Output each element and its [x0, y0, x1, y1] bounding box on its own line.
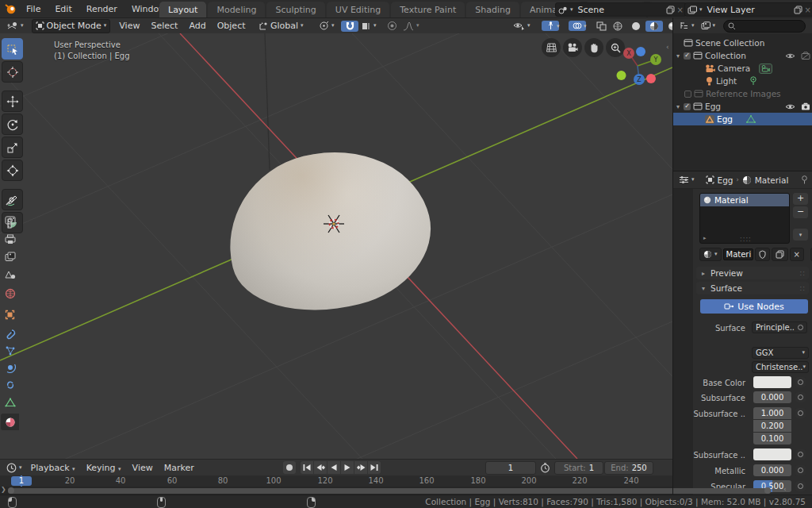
- tab-material[interactable]: [1, 414, 19, 430]
- hide-eye-icon[interactable]: [785, 52, 795, 60]
- snap-settings-dropdown[interactable]: ▾: [358, 21, 380, 32]
- slot-remove-button[interactable]: −: [793, 206, 808, 218]
- collection-checkbox-unchecked[interactable]: [684, 90, 691, 98]
- mode-dropdown[interactable]: Object Mode ▾: [32, 19, 111, 33]
- new-material-button[interactable]: [772, 248, 788, 261]
- shading-material-button[interactable]: [645, 21, 663, 32]
- collection-checkbox[interactable]: ✓: [684, 103, 691, 110]
- viewport-3d[interactable]: User Perspective (1) Collection | Egg X: [0, 33, 672, 459]
- pin-icon[interactable]: [801, 175, 808, 184]
- play-button[interactable]: [341, 461, 354, 474]
- subsurface-radius-decorator[interactable]: [795, 408, 806, 418]
- menu-playback[interactable]: Playback ▾: [25, 463, 81, 473]
- jump-to-end-button[interactable]: [368, 461, 381, 474]
- tab-output[interactable]: [1, 231, 19, 248]
- navigation-gizmo[interactable]: X Y Z: [616, 42, 665, 91]
- metallic-decorator[interactable]: [795, 465, 806, 475]
- current-frame-field[interactable]: 1: [485, 461, 536, 475]
- properties-editor-type-button[interactable]: ▾: [676, 175, 698, 185]
- specular-decorator[interactable]: [795, 481, 806, 491]
- tab-modifiers[interactable]: [1, 325, 19, 342]
- next-keyframe-button[interactable]: [354, 461, 367, 474]
- enable-render-icon[interactable]: [801, 102, 810, 110]
- subsurface-radius-y[interactable]: 0.200: [753, 420, 791, 432]
- outliner-row-reference-images[interactable]: Reference Images: [673, 87, 812, 100]
- menu-select[interactable]: Select: [145, 21, 183, 31]
- base-color-swatch[interactable]: [753, 376, 791, 388]
- gizmo-axis-y-neg[interactable]: [617, 71, 626, 80]
- timeline-sidebar-chevron[interactable]: ‹: [783, 485, 787, 493]
- subsurface-decorator[interactable]: [795, 392, 806, 402]
- tab-shading[interactable]: Shading: [466, 2, 519, 17]
- tool-cursor[interactable]: [2, 61, 23, 83]
- use-preview-range-icon[interactable]: [540, 463, 550, 473]
- camera-view-button[interactable]: [563, 38, 582, 57]
- sss-method-dropdown[interactable]: Christense..▾: [752, 361, 809, 373]
- gizmo-axis-y[interactable]: Y: [650, 54, 661, 65]
- tool-rotate[interactable]: [2, 114, 23, 135]
- scene-new-icon[interactable]: [666, 6, 675, 14]
- menu-add[interactable]: Add: [183, 21, 211, 31]
- tab-uv-editing[interactable]: UV Editing: [327, 2, 389, 17]
- panel-surface[interactable]: ▾ Surface ::: [696, 282, 809, 294]
- timeline-editor-type-button[interactable]: ▾: [3, 462, 25, 474]
- slot-list-expand[interactable]: ▸: [703, 235, 707, 241]
- shading-solid-button[interactable]: [627, 21, 645, 32]
- editor-divider-vertical[interactable]: [672, 17, 673, 495]
- tab-tool[interactable]: [1, 192, 19, 209]
- menu-render[interactable]: Render: [79, 0, 124, 17]
- tab-scene[interactable]: [1, 267, 19, 283]
- view-layer-new-icon[interactable]: [794, 6, 802, 14]
- subsurface-radius-z[interactable]: 0.100: [753, 433, 791, 444]
- slot-specials-button[interactable]: ▾: [793, 229, 808, 241]
- jump-to-start-button[interactable]: [301, 461, 313, 474]
- material-slot-list[interactable]: Material ▸ ::::: [699, 193, 790, 244]
- tab-constraints[interactable]: [1, 376, 19, 393]
- tab-texture-paint[interactable]: Texture Paint: [391, 2, 465, 17]
- subsurface-slider[interactable]: 0.000: [753, 391, 791, 403]
- frame-end-field[interactable]: End: 250: [604, 461, 653, 475]
- breadcrumb-object[interactable]: Egg: [718, 175, 733, 185]
- hide-eye-icon[interactable]: [785, 103, 795, 110]
- editor-divider-outliner-props[interactable]: [672, 171, 812, 171]
- tool-move[interactable]: [2, 90, 23, 112]
- collection-checkbox[interactable]: ✓: [684, 52, 691, 60]
- scrollbar-right-handle[interactable]: [764, 487, 771, 494]
- gizmo-axis-x-neg[interactable]: [646, 74, 656, 83]
- blender-logo-icon[interactable]: [5, 3, 17, 14]
- outliner-row-collection[interactable]: ▾ ✓ Collection: [673, 49, 812, 62]
- use-nodes-button[interactable]: Use Nodes: [700, 299, 808, 314]
- tool-scale[interactable]: [2, 137, 23, 158]
- tab-object[interactable]: [1, 306, 19, 323]
- editor-type-button[interactable]: ▾: [4, 21, 27, 32]
- tab-view-layer[interactable]: [1, 248, 19, 265]
- gizmo-axis-x[interactable]: X: [623, 48, 634, 59]
- frame-start-field[interactable]: Start: 1: [554, 461, 603, 475]
- menu-timeline-view[interactable]: View: [127, 463, 159, 473]
- gizmo-axis-z[interactable]: Z: [634, 74, 645, 85]
- tab-sculpting[interactable]: Sculpting: [266, 2, 324, 17]
- outliner-row-light[interactable]: Light: [673, 75, 812, 87]
- menu-edit[interactable]: Edit: [48, 0, 79, 17]
- breadcrumb-data[interactable]: Material: [755, 175, 789, 185]
- tab-physics[interactable]: [1, 359, 19, 375]
- outliner-filter-dropdown[interactable]: ▾: [676, 21, 698, 31]
- prev-keyframe-button[interactable]: [314, 461, 327, 474]
- distribution-dropdown[interactable]: GGX▾: [752, 347, 809, 359]
- subsurface-radius-x[interactable]: 1.000: [753, 407, 791, 419]
- fake-user-button[interactable]: [755, 248, 770, 261]
- base-color-decorator[interactable]: [795, 377, 806, 387]
- menu-view[interactable]: View: [113, 21, 145, 31]
- slot-list-grip[interactable]: ::::: [740, 236, 752, 243]
- metallic-slider[interactable]: 0.000: [753, 464, 791, 476]
- outliner-display-mode-dropdown[interactable]: ▾: [698, 21, 719, 31]
- tab-object-data[interactable]: [1, 394, 19, 410]
- snap-toggle-button[interactable]: [341, 21, 358, 32]
- menu-object[interactable]: Object: [212, 21, 251, 31]
- disable-render-icon[interactable]: [801, 52, 810, 60]
- overlays-chevron[interactable]: ▾: [584, 24, 587, 29]
- browse-material-button[interactable]: ▾: [699, 248, 722, 261]
- disclosure-triangle[interactable]: ▾: [675, 52, 681, 60]
- menu-keying[interactable]: Keying ▾: [81, 463, 127, 473]
- outliner-row-egg-collection[interactable]: ▾ ✓ Egg: [673, 100, 812, 113]
